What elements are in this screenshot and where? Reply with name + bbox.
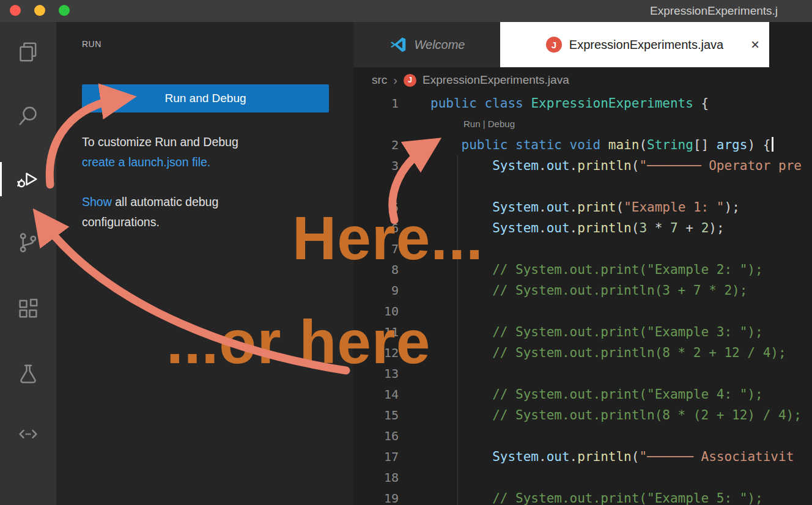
window-title: ExpressionExperiments.j (650, 4, 778, 18)
chevron-right-icon: › (393, 73, 397, 87)
show-configurations-paragraph: Show all automatic debug configurations. (82, 192, 296, 232)
breadcrumb-folder[interactable]: src (372, 73, 387, 87)
beaker-icon (16, 362, 40, 386)
activity-remote-explorer[interactable] (0, 415, 56, 454)
activity-source-control[interactable] (0, 223, 56, 262)
activity-search[interactable] (0, 97, 56, 136)
vscode-window: ExpressionExperiments.j (0, 0, 812, 505)
customize-text: To customize Run and Debug (82, 132, 296, 152)
maximize-window-button[interactable] (59, 5, 70, 16)
line-number[interactable]: 3 (353, 155, 399, 176)
tab-welcome[interactable]: Welcome (353, 22, 500, 67)
codelens: Run | Debug (353, 114, 812, 135)
code-line[interactable]: 17 System.out.println("────── Associativ… (353, 446, 812, 467)
code-line[interactable]: 15 // System.out.println(8 * (2 + 12) / … (353, 405, 812, 426)
code-line-content: public static void main(String[] args) { (399, 135, 773, 155)
code-line[interactable]: 19 // System.out.print("Example 5: "); (353, 488, 812, 505)
activity-testing[interactable] (0, 355, 56, 394)
code-line-content: // System.out.print("Example 5: "); (399, 488, 763, 505)
launch-json-link[interactable]: create a launch.json file. (82, 155, 210, 169)
extensions-icon (16, 297, 40, 321)
line-number[interactable]: 15 (353, 405, 399, 426)
files-icon (16, 40, 40, 64)
activity-bar (0, 22, 56, 505)
codelens-debug-link[interactable]: Debug (488, 119, 515, 129)
activity-run-and-debug[interactable] (0, 160, 56, 199)
code-line-content (399, 467, 430, 488)
customize-paragraph: To customize Run and Debug create a laun… (82, 132, 296, 172)
breadcrumb-file[interactable]: ExpressionExperiments.java (423, 73, 569, 87)
code-line-content: public class ExpressionExperiments { (399, 93, 709, 114)
sidebar-title: RUN (82, 39, 102, 49)
line-number[interactable]: 9 (353, 280, 399, 301)
code-line-content: // System.out.println(8 * (2 + 12) / 4); (399, 405, 802, 426)
close-window-button[interactable] (10, 5, 21, 16)
tab-bar: Welcome J ExpressionExperiments.java × (353, 22, 812, 67)
code-line[interactable]: 9 // System.out.println(3 + 7 * 2); (353, 280, 812, 301)
code-lines: 1public class ExpressionExperiments {Run… (353, 93, 812, 505)
code-line[interactable]: 16 (353, 426, 812, 446)
line-number[interactable]: 17 (353, 446, 399, 467)
line-number[interactable]: 2 (353, 135, 399, 155)
tab-label: ExpressionExperiments.java (569, 38, 723, 52)
line-number[interactable]: 18 (353, 467, 399, 488)
run-and-debug-icon (16, 167, 40, 191)
activity-explorer[interactable] (0, 32, 56, 72)
search-icon (16, 104, 40, 128)
code-line-content: System.out.println("─────── Operator pre (399, 155, 802, 176)
code-line-content: // System.out.print("Example 4: "); (399, 384, 763, 405)
code-line[interactable]: 4 (353, 176, 812, 197)
line-number[interactable]: 14 (353, 384, 399, 405)
titlebar: ExpressionExperiments.j (0, 0, 812, 22)
close-tab-icon[interactable]: × (751, 37, 759, 52)
line-number[interactable]: 1 (353, 93, 399, 114)
codelens-run-link[interactable]: Run (463, 119, 481, 129)
code-line[interactable]: 14 // System.out.print("Example 4: "); (353, 384, 812, 405)
code-line-content (399, 176, 430, 197)
code-line[interactable]: 1public class ExpressionExperiments { (353, 93, 812, 114)
codelens-separator: | (481, 119, 488, 129)
line-number[interactable]: 16 (353, 426, 399, 446)
code-line[interactable]: 2 public static void main(String[] args)… (353, 135, 812, 155)
code-editor[interactable]: 1public class ExpressionExperiments {Run… (353, 93, 812, 505)
minimize-window-button[interactable] (34, 5, 45, 16)
breadcrumb: src › J ExpressionExperiments.java (353, 67, 812, 93)
tab-label: Welcome (415, 38, 465, 52)
java-file-icon: J (404, 74, 416, 87)
java-file-icon: J (546, 37, 562, 53)
activity-extensions[interactable] (0, 289, 56, 328)
tab-expressionexperiments[interactable]: J ExpressionExperiments.java × (500, 22, 769, 67)
code-line[interactable]: 3 System.out.println("─────── Operator p… (353, 155, 812, 176)
annotation-or-here: ...or here (166, 307, 430, 377)
code-line-content: // System.out.println(3 + 7 * 2); (399, 280, 747, 301)
line-number[interactable]: 19 (353, 488, 399, 505)
code-line-content (399, 426, 430, 446)
annotation-here: Here... (292, 203, 484, 273)
line-number[interactable]: 4 (353, 176, 399, 197)
source-control-icon (16, 230, 40, 255)
angle-brackets-dots-icon (16, 422, 40, 446)
code-line[interactable]: 18 (353, 467, 812, 488)
vscode-logo-icon (389, 35, 407, 54)
code-line-content: // System.out.print("Example 3: "); (399, 322, 763, 342)
run-and-debug-button[interactable]: Run and Debug (82, 84, 329, 112)
show-link[interactable]: Show (82, 195, 112, 208)
